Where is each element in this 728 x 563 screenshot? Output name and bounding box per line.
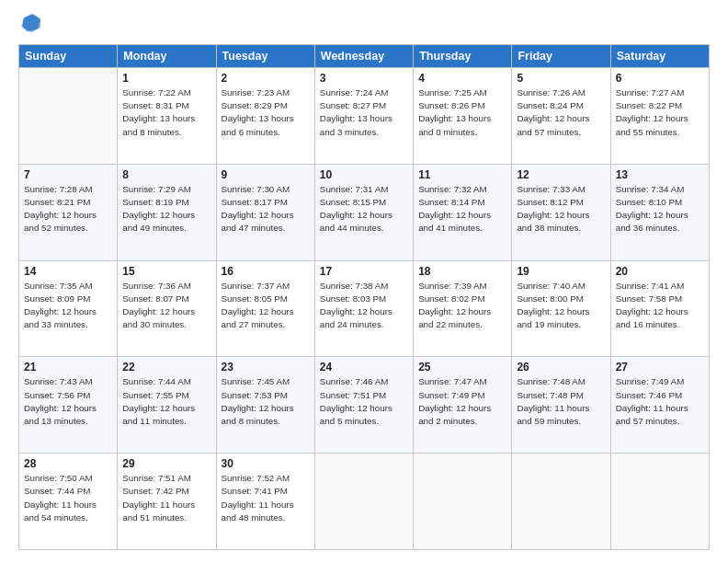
day-number: 15 <box>122 265 210 278</box>
day-number: 28 <box>24 457 112 470</box>
calendar-cell: 16Sunrise: 7:37 AM Sunset: 8:05 PM Dayli… <box>216 260 314 357</box>
weekday-header-thursday: Thursday <box>414 45 512 68</box>
day-number: 25 <box>418 361 506 373</box>
week-row-3: 14Sunrise: 7:35 AM Sunset: 8:09 PM Dayli… <box>19 260 710 357</box>
day-number: 17 <box>320 265 408 278</box>
calendar-cell: 23Sunrise: 7:45 AM Sunset: 7:53 PM Dayli… <box>216 357 314 454</box>
weekday-header-friday: Friday <box>512 45 610 68</box>
day-number: 13 <box>616 168 704 181</box>
day-detail: Sunrise: 7:34 AM Sunset: 8:10 PM Dayligh… <box>616 183 704 236</box>
calendar-cell: 7Sunrise: 7:28 AM Sunset: 8:21 PM Daylig… <box>19 164 118 260</box>
day-number: 3 <box>320 72 408 85</box>
day-detail: Sunrise: 7:45 AM Sunset: 7:53 PM Dayligh… <box>222 375 310 428</box>
calendar-cell: 18Sunrise: 7:39 AM Sunset: 8:02 PM Dayli… <box>414 260 512 357</box>
day-detail: Sunrise: 7:37 AM Sunset: 8:05 PM Dayligh… <box>222 280 310 332</box>
calendar-table: SundayMondayTuesdayWednesdayThursdayFrid… <box>18 44 710 550</box>
day-number: 8 <box>122 168 210 181</box>
calendar-cell: 2Sunrise: 7:23 AM Sunset: 8:29 PM Daylig… <box>216 68 314 165</box>
day-number: 9 <box>222 168 310 181</box>
page: SundayMondayTuesdayWednesdayThursdayFrid… <box>0 0 728 563</box>
calendar-cell: 4Sunrise: 7:25 AM Sunset: 8:26 PM Daylig… <box>414 68 512 165</box>
calendar-cell <box>19 68 118 165</box>
calendar-cell: 17Sunrise: 7:38 AM Sunset: 8:03 PM Dayli… <box>314 260 413 357</box>
day-number: 27 <box>616 361 704 373</box>
calendar-cell: 5Sunrise: 7:26 AM Sunset: 8:24 PM Daylig… <box>512 68 610 165</box>
day-detail: Sunrise: 7:50 AM Sunset: 7:44 PM Dayligh… <box>24 472 112 524</box>
calendar-cell: 20Sunrise: 7:41 AM Sunset: 7:58 PM Dayli… <box>610 260 709 357</box>
calendar-cell: 22Sunrise: 7:44 AM Sunset: 7:55 PM Dayli… <box>118 357 216 454</box>
calendar-cell: 26Sunrise: 7:48 AM Sunset: 7:48 PM Dayli… <box>512 357 610 454</box>
day-number: 11 <box>418 168 506 181</box>
day-detail: Sunrise: 7:38 AM Sunset: 8:03 PM Dayligh… <box>320 280 408 332</box>
day-number: 10 <box>320 168 408 181</box>
day-detail: Sunrise: 7:46 AM Sunset: 7:51 PM Dayligh… <box>320 375 408 428</box>
calendar-cell: 14Sunrise: 7:35 AM Sunset: 8:09 PM Dayli… <box>19 260 118 357</box>
week-row-5: 28Sunrise: 7:50 AM Sunset: 7:44 PM Dayli… <box>19 454 710 550</box>
day-number: 21 <box>24 361 112 373</box>
calendar-cell <box>314 454 413 550</box>
calendar-cell: 1Sunrise: 7:22 AM Sunset: 8:31 PM Daylig… <box>118 68 216 165</box>
day-detail: Sunrise: 7:33 AM Sunset: 8:12 PM Dayligh… <box>517 183 605 236</box>
day-detail: Sunrise: 7:30 AM Sunset: 8:17 PM Dayligh… <box>222 183 310 236</box>
calendar-cell: 9Sunrise: 7:30 AM Sunset: 8:17 PM Daylig… <box>216 164 314 260</box>
day-detail: Sunrise: 7:44 AM Sunset: 7:55 PM Dayligh… <box>122 375 210 428</box>
day-detail: Sunrise: 7:43 AM Sunset: 7:56 PM Dayligh… <box>24 375 112 428</box>
calendar-cell: 10Sunrise: 7:31 AM Sunset: 8:15 PM Dayli… <box>314 164 413 260</box>
header <box>18 17 710 37</box>
day-number: 30 <box>222 457 310 470</box>
weekday-header-sunday: Sunday <box>19 45 118 68</box>
calendar-cell: 11Sunrise: 7:32 AM Sunset: 8:14 PM Dayli… <box>414 164 512 260</box>
day-number: 22 <box>122 361 210 373</box>
calendar-cell: 24Sunrise: 7:46 AM Sunset: 7:51 PM Dayli… <box>314 357 413 454</box>
day-detail: Sunrise: 7:49 AM Sunset: 7:46 PM Dayligh… <box>616 375 704 428</box>
day-number: 16 <box>222 265 310 278</box>
day-detail: Sunrise: 7:47 AM Sunset: 7:49 PM Dayligh… <box>418 375 506 428</box>
day-detail: Sunrise: 7:36 AM Sunset: 8:07 PM Dayligh… <box>122 280 210 332</box>
calendar-cell: 29Sunrise: 7:51 AM Sunset: 7:42 PM Dayli… <box>118 454 216 550</box>
week-row-4: 21Sunrise: 7:43 AM Sunset: 7:56 PM Dayli… <box>19 357 710 454</box>
day-detail: Sunrise: 7:48 AM Sunset: 7:48 PM Dayligh… <box>517 375 605 428</box>
calendar-cell: 25Sunrise: 7:47 AM Sunset: 7:49 PM Dayli… <box>414 357 512 454</box>
weekday-header-tuesday: Tuesday <box>216 45 314 68</box>
calendar-cell: 13Sunrise: 7:34 AM Sunset: 8:10 PM Dayli… <box>610 164 709 260</box>
weekday-header-wednesday: Wednesday <box>314 45 413 68</box>
calendar-cell: 6Sunrise: 7:27 AM Sunset: 8:22 PM Daylig… <box>610 68 709 165</box>
weekday-header-saturday: Saturday <box>610 45 709 68</box>
calendar-cell: 15Sunrise: 7:36 AM Sunset: 8:07 PM Dayli… <box>118 260 216 357</box>
day-number: 24 <box>320 361 408 373</box>
calendar-cell: 19Sunrise: 7:40 AM Sunset: 8:00 PM Dayli… <box>512 260 610 357</box>
day-number: 14 <box>24 265 112 278</box>
day-number: 29 <box>122 457 210 470</box>
day-number: 5 <box>517 72 605 85</box>
day-detail: Sunrise: 7:24 AM Sunset: 8:27 PM Dayligh… <box>320 86 408 139</box>
day-number: 23 <box>222 361 310 373</box>
calendar-cell: 30Sunrise: 7:52 AM Sunset: 7:41 PM Dayli… <box>216 454 314 550</box>
week-row-1: 1Sunrise: 7:22 AM Sunset: 8:31 PM Daylig… <box>19 68 710 165</box>
calendar-cell <box>610 454 709 550</box>
day-number: 26 <box>517 361 605 373</box>
calendar-cell: 12Sunrise: 7:33 AM Sunset: 8:12 PM Dayli… <box>512 164 610 260</box>
calendar-cell <box>512 454 610 550</box>
calendar-cell <box>414 454 512 550</box>
day-detail: Sunrise: 7:35 AM Sunset: 8:09 PM Dayligh… <box>24 280 112 332</box>
calendar-cell: 3Sunrise: 7:24 AM Sunset: 8:27 PM Daylig… <box>314 68 413 165</box>
day-detail: Sunrise: 7:40 AM Sunset: 8:00 PM Dayligh… <box>517 280 605 332</box>
day-detail: Sunrise: 7:29 AM Sunset: 8:19 PM Dayligh… <box>122 183 210 236</box>
day-number: 1 <box>122 72 210 85</box>
day-number: 19 <box>517 265 605 278</box>
day-detail: Sunrise: 7:23 AM Sunset: 8:29 PM Dayligh… <box>222 86 310 139</box>
day-number: 20 <box>616 265 704 278</box>
day-number: 4 <box>418 72 506 85</box>
logo <box>18 17 42 37</box>
weekday-header-monday: Monday <box>118 45 216 68</box>
day-detail: Sunrise: 7:41 AM Sunset: 7:58 PM Dayligh… <box>616 280 704 332</box>
day-detail: Sunrise: 7:52 AM Sunset: 7:41 PM Dayligh… <box>222 472 310 524</box>
calendar-cell: 21Sunrise: 7:43 AM Sunset: 7:56 PM Dayli… <box>19 357 118 454</box>
calendar-cell: 8Sunrise: 7:29 AM Sunset: 8:19 PM Daylig… <box>118 164 216 260</box>
day-detail: Sunrise: 7:27 AM Sunset: 8:22 PM Dayligh… <box>616 86 704 139</box>
day-number: 18 <box>418 265 506 278</box>
day-number: 12 <box>517 168 605 181</box>
day-detail: Sunrise: 7:51 AM Sunset: 7:42 PM Dayligh… <box>122 472 210 524</box>
day-number: 7 <box>24 168 112 181</box>
day-detail: Sunrise: 7:39 AM Sunset: 8:02 PM Dayligh… <box>418 280 506 332</box>
